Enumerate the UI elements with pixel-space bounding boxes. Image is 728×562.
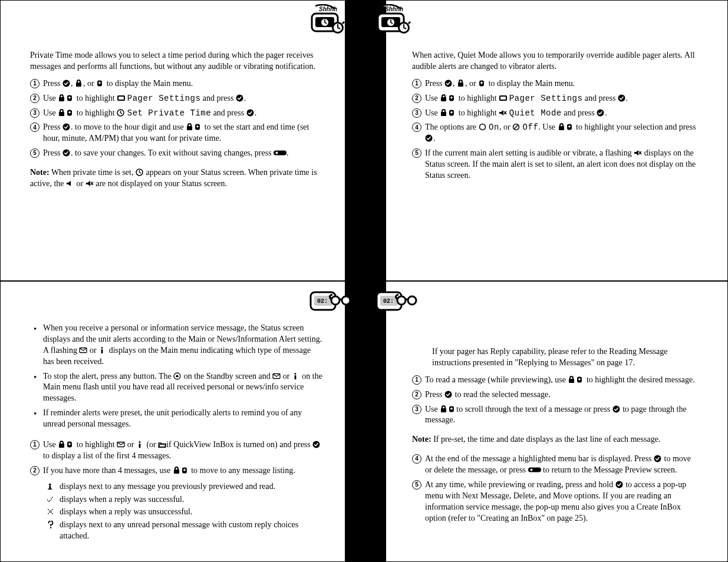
env-icon — [117, 441, 125, 448]
page-reading-messages: If your pager has Reply capability, plea… — [365, 281, 728, 562]
down-icon — [566, 123, 574, 131]
step-number-icon: 3 — [412, 405, 421, 414]
down-icon — [66, 109, 74, 117]
step-item: 4At the end of the message a highlighted… — [412, 454, 698, 476]
legend-list: displays next to any message you previou… — [47, 481, 324, 542]
info-icon — [292, 372, 300, 380]
info-icon — [136, 441, 144, 448]
step-number-icon: 1 — [30, 440, 39, 449]
steps-list: 1Press , , or to display the Main menu.2… — [412, 78, 698, 181]
screen-icon — [117, 94, 125, 102]
lock-icon — [440, 405, 448, 413]
step-number-icon: 4 — [30, 123, 39, 132]
step-item: 3Use to highlight Set Private Time and p… — [30, 108, 324, 119]
down-icon — [194, 123, 202, 131]
bullet-item: If reminder alerts were preset, the unit… — [30, 408, 324, 430]
lock-icon — [568, 376, 576, 384]
pager-manual-spread: Private Time mode allows you to select a… — [0, 0, 728, 562]
down-icon — [448, 109, 456, 117]
page-private-time: Private Time mode allows you to select a… — [0, 0, 365, 281]
step-item: 5At any time, while previewing or readin… — [412, 480, 698, 524]
lock-icon — [186, 123, 194, 131]
check-icon — [612, 405, 621, 413]
legend-item: displays when a reply was successful. — [47, 494, 324, 505]
env-icon — [79, 346, 87, 354]
note-text: Note: If pre-set, the time and date disp… — [412, 434, 698, 445]
check-icon — [425, 134, 433, 142]
pill-icon — [528, 466, 541, 474]
down-icon — [96, 80, 104, 87]
step-item: 4Press . to move to the hour digit and u… — [30, 122, 324, 144]
check-icon — [654, 455, 662, 462]
legend-item: displays when a reply was unsuccessful. — [47, 507, 324, 518]
check-legend-icon — [47, 495, 55, 503]
down-icon — [66, 94, 74, 102]
gutter-strip — [366, 282, 386, 561]
step-number-icon: 2 — [412, 390, 421, 399]
lock-icon — [440, 94, 448, 102]
check-icon — [62, 149, 71, 157]
step-number-icon: 4 — [412, 454, 421, 464]
check-icon — [444, 391, 453, 398]
bullet-item: To stop the alert, press any button. The… — [30, 371, 324, 405]
info-icon — [98, 346, 107, 354]
spkx-icon — [499, 109, 507, 117]
step-number-icon: 4 — [412, 123, 421, 132]
q-legend-icon — [47, 521, 55, 528]
step-item: 4The options are On, or Off. Use to high… — [412, 122, 698, 144]
check-icon — [618, 94, 626, 102]
step-item: 2Press to read the selected message. — [412, 389, 698, 401]
lock-icon — [558, 123, 566, 131]
lock-icon — [440, 109, 448, 117]
steps-list: 1To read a message (while previewing), u… — [412, 375, 698, 427]
step-item: 1To read a message (while previewing), u… — [412, 375, 698, 386]
spk-icon — [66, 180, 74, 187]
x-legend-icon — [47, 508, 55, 515]
check-icon — [62, 80, 71, 87]
step-number-icon: 2 — [412, 94, 421, 103]
step-number-icon: 1 — [412, 375, 421, 385]
down-icon — [181, 467, 189, 474]
down-icon — [66, 441, 74, 448]
step-item: 5Press . to save your changes. To exit w… — [30, 148, 324, 159]
step-number-icon: 2 — [30, 466, 39, 475]
env-icon — [272, 372, 281, 380]
step-item: 2Use to highlight Pager Settings and pre… — [412, 93, 698, 104]
step-number-icon: 3 — [412, 108, 421, 118]
down-icon — [478, 80, 486, 87]
bell-icon — [173, 372, 182, 380]
step-number-icon: 3 — [30, 108, 39, 118]
step-item: 3Use to scroll through the text of a mes… — [412, 404, 698, 427]
step-number-icon: 1 — [30, 79, 39, 88]
folder-icon — [158, 441, 166, 448]
check-icon — [62, 123, 71, 131]
lock-icon — [58, 441, 66, 448]
steps-list-2: 4At the end of the message a highlighted… — [412, 454, 698, 524]
clock-icon — [117, 109, 125, 117]
legend-item: displays next to any message you previou… — [47, 481, 324, 492]
lock-icon — [75, 80, 83, 87]
intro-text: When active, Quiet Mode allows you to te… — [412, 50, 698, 72]
screen-icon — [499, 94, 507, 102]
note-text: Note: When private time is set, appears … — [30, 167, 324, 190]
step-number-icon: 1 — [412, 79, 421, 88]
step-item: 1Use to highlight or (or if QuickView In… — [30, 439, 324, 462]
gutter-strip — [345, 1, 365, 280]
down-icon — [448, 405, 456, 413]
step-item: 1Press , , or to display the Main menu. — [30, 78, 324, 90]
bullet-item: When you receive a personal or informati… — [30, 323, 324, 368]
intro-text: Private Time mode allows you to select a… — [30, 50, 324, 72]
legend-item: displays next to any unread personal mes… — [47, 520, 324, 542]
pill-icon — [274, 149, 286, 157]
step-item: 2Use to highlight Pager Settings and pre… — [30, 93, 324, 104]
step-item: 1Press , , or to display the Main menu. — [412, 78, 698, 90]
lock-icon — [173, 467, 181, 474]
step-item: 3Use to highlight Quiet Mode and press . — [412, 108, 698, 119]
radiono-icon — [512, 123, 521, 131]
lock-icon — [457, 80, 465, 87]
step-item: 2If you have more than 4 messages, use t… — [30, 465, 324, 477]
check-icon — [444, 80, 453, 87]
step-number-icon: 5 — [30, 148, 39, 158]
step-number-icon: 2 — [30, 94, 39, 103]
check-icon — [312, 441, 321, 448]
